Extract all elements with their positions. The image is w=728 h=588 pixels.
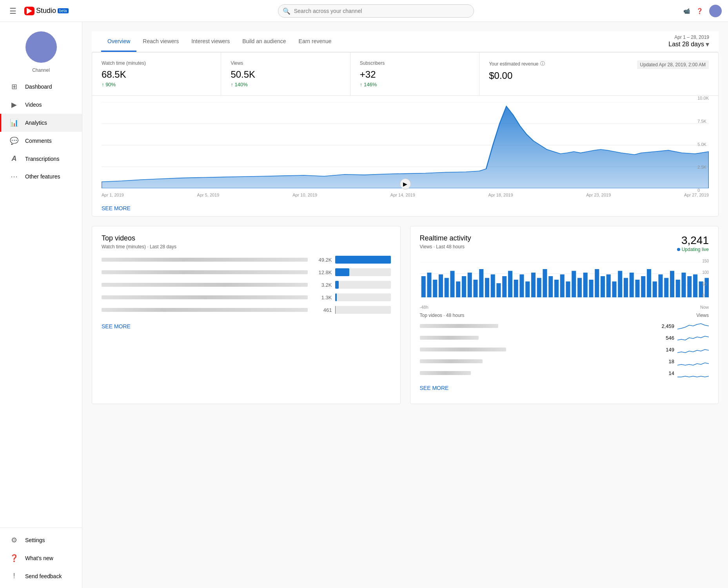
search-input[interactable] bbox=[278, 4, 474, 18]
tabs-left: Overview Reach viewers Interest viewers … bbox=[101, 32, 338, 51]
video-bar-container: 461 bbox=[312, 306, 391, 314]
metric-watch-time-change: 90% bbox=[102, 82, 211, 87]
video-bar-fill bbox=[335, 256, 391, 264]
top-videos-title: Top videos bbox=[102, 234, 391, 242]
sidebar: Channel ⊞ Dashboard ▶ Videos 📊 Analytics… bbox=[0, 22, 82, 413]
video-bar-bg bbox=[335, 306, 391, 314]
channel-avatar[interactable] bbox=[25, 31, 57, 63]
tab-reach-viewers[interactable]: Reach viewers bbox=[136, 32, 185, 52]
table-row: 1.3K bbox=[102, 293, 391, 301]
info-icon[interactable]: ⓘ bbox=[540, 60, 545, 67]
logo: Studio beta bbox=[24, 7, 69, 15]
overview-see-more[interactable]: SEE MORE bbox=[92, 200, 718, 216]
tab-build-audience[interactable]: Build an audience bbox=[236, 32, 292, 52]
top-videos-see-more[interactable]: SEE MORE bbox=[102, 319, 391, 334]
x-label-3: Apr 10, 2019 bbox=[292, 193, 317, 197]
tab-earn-revenue[interactable]: Earn revenue bbox=[292, 32, 338, 52]
rt-sparkline bbox=[677, 345, 709, 354]
bottom-row: Top videos Watch time (minutes) · Last 2… bbox=[92, 226, 719, 404]
svg-rect-25 bbox=[514, 280, 518, 297]
video-count: 461 bbox=[312, 307, 332, 313]
sidebar-item-label: Other features bbox=[25, 173, 60, 180]
rt-row-right: 2,459 bbox=[659, 321, 709, 331]
svg-rect-32 bbox=[554, 280, 558, 297]
sidebar-item-analytics[interactable]: 📊 Analytics bbox=[0, 114, 82, 132]
avatar[interactable] bbox=[709, 5, 722, 17]
list-item: 2,459 bbox=[420, 321, 709, 331]
rt-time-labels: -48h Now bbox=[420, 305, 709, 309]
y-label-10k: 10.0K bbox=[697, 96, 709, 100]
svg-rect-54 bbox=[681, 273, 686, 297]
sidebar-item-comments[interactable]: 💬 Comments bbox=[0, 132, 82, 150]
rt-y-label-50: 50 bbox=[702, 282, 709, 286]
svg-rect-26 bbox=[519, 275, 524, 298]
realtime-see-more[interactable]: SEE MORE bbox=[420, 380, 709, 396]
sidebar-item-transcriptions[interactable]: A Transcriptions bbox=[0, 150, 82, 167]
svg-rect-52 bbox=[670, 271, 674, 298]
video-title-placeholder bbox=[102, 258, 308, 262]
metrics-row: Watch time (minutes) 68.5K 90% Views 50.… bbox=[92, 53, 718, 96]
svg-rect-13 bbox=[444, 278, 448, 298]
y-label-75k: 7.5K bbox=[697, 119, 709, 124]
realtime-header: Realtime activity Views · Last 48 hours … bbox=[420, 234, 709, 256]
x-label-7: Apr 27, 2019 bbox=[684, 193, 709, 197]
metric-views-label: Views bbox=[231, 60, 340, 66]
video-bar-bg bbox=[335, 256, 391, 264]
metric-views-value: 50.5K bbox=[231, 69, 340, 80]
svg-rect-38 bbox=[589, 280, 593, 297]
other-features-icon: ⋯ bbox=[9, 172, 19, 181]
svg-rect-41 bbox=[606, 275, 610, 298]
rt-video-count: 149 bbox=[659, 347, 674, 353]
svg-rect-20 bbox=[485, 278, 489, 298]
svg-rect-56 bbox=[693, 275, 697, 298]
help-icon[interactable]: ❓ bbox=[696, 8, 703, 14]
svg-rect-50 bbox=[658, 275, 663, 298]
top-videos-subtitle: Watch time (minutes) · Last 28 days bbox=[102, 244, 391, 249]
videos-icon: ▶ bbox=[9, 100, 19, 109]
svg-rect-12 bbox=[438, 275, 443, 298]
x-label-6: Apr 23, 2019 bbox=[586, 193, 611, 197]
svg-rect-14 bbox=[450, 271, 454, 298]
updating-label: Updating live bbox=[682, 247, 709, 252]
date-selector[interactable]: Apr 1 – 28, 2019 Last 28 days ▾ bbox=[668, 31, 709, 52]
rt-video-count: 14 bbox=[659, 370, 674, 376]
svg-rect-22 bbox=[496, 283, 501, 297]
sidebar-item-label: Analytics bbox=[25, 120, 47, 126]
y-label-25k: 2.5K bbox=[697, 165, 709, 169]
svg-rect-17 bbox=[467, 273, 472, 297]
chart-play-button[interactable]: ▶ bbox=[400, 178, 411, 189]
rt-time-end: Now bbox=[700, 305, 709, 309]
topnav: ☰ Studio beta 🔍 📹 ❓ bbox=[0, 0, 728, 22]
sidebar-item-videos[interactable]: ▶ Videos bbox=[0, 96, 82, 114]
video-title-placeholder bbox=[102, 308, 308, 312]
x-label-5: Apr 18, 2019 bbox=[488, 193, 513, 197]
sidebar-channel: Channel bbox=[0, 22, 82, 78]
sidebar-item-label: Transcriptions bbox=[25, 156, 59, 162]
metric-revenue: Your estimated revenue ⓘ $0.00 Updated A… bbox=[479, 53, 718, 95]
video-title-placeholder bbox=[102, 270, 308, 274]
x-label-2: Apr 5, 2019 bbox=[197, 193, 220, 197]
realtime-count: 3,241 bbox=[677, 234, 709, 247]
video-bar-container: 3.2K bbox=[312, 281, 391, 289]
svg-rect-27 bbox=[525, 282, 530, 298]
video-title-placeholder bbox=[102, 283, 308, 287]
hamburger-menu[interactable]: ☰ bbox=[6, 3, 20, 19]
tab-interest-viewers[interactable]: Interest viewers bbox=[185, 32, 236, 52]
video-bar-fill bbox=[335, 306, 336, 314]
tab-overview[interactable]: Overview bbox=[101, 32, 136, 52]
dashboard-icon: ⊞ bbox=[9, 82, 19, 91]
sidebar-item-other-features[interactable]: ⋯ Other features bbox=[0, 167, 82, 186]
svg-rect-16 bbox=[461, 276, 466, 297]
svg-rect-34 bbox=[566, 282, 570, 298]
list-item: 14 bbox=[420, 368, 709, 378]
overview-section: Watch time (minutes) 68.5K 90% Views 50.… bbox=[92, 52, 719, 217]
chart-x-labels: Apr 1, 2019 Apr 5, 2019 Apr 10, 2019 Apr… bbox=[92, 193, 718, 200]
svg-rect-30 bbox=[543, 269, 547, 297]
rt-video-count: 18 bbox=[659, 359, 674, 364]
svg-rect-15 bbox=[456, 282, 460, 298]
metric-views-change: 140% bbox=[231, 82, 340, 87]
sidebar-item-dashboard[interactable]: ⊞ Dashboard bbox=[0, 78, 82, 96]
y-label-0: 0 bbox=[697, 188, 709, 193]
x-label-4: Apr 14, 2019 bbox=[390, 193, 415, 197]
create-icon[interactable]: 📹 bbox=[683, 8, 690, 14]
